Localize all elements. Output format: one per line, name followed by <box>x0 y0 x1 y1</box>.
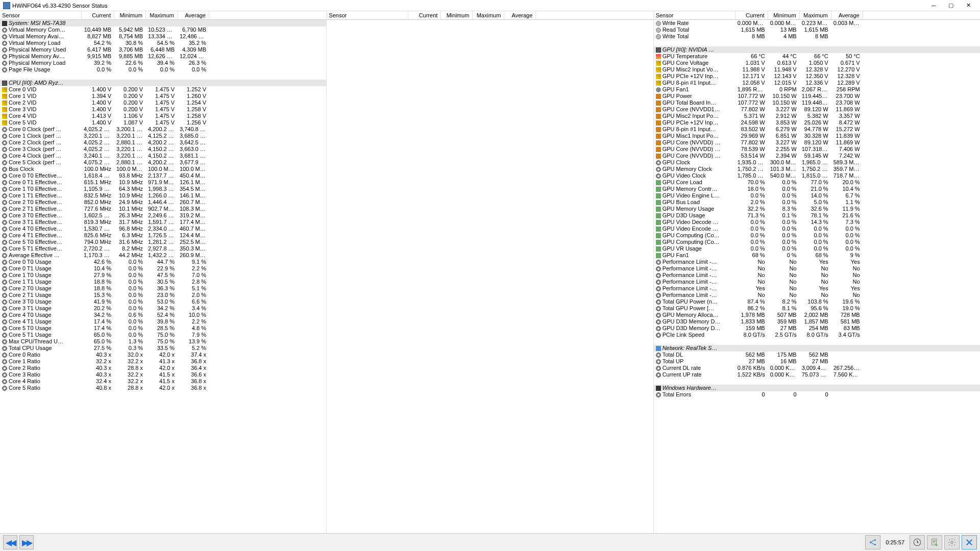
sensor-row[interactable]: Current UP rate1.522 KB/s0.000 KB/s75.07… <box>654 371 980 378</box>
sensor-row[interactable]: Virtual Memory Com…10,449 MB5,942 MB10,5… <box>0 27 326 33</box>
sensor-row[interactable]: Core 2 Clock (perf …4,025.2 MHz2,880.1 M… <box>0 139 326 146</box>
sensor-row[interactable]: Core 1 VID1.394 V0.200 V1.475 V1.260 V <box>0 93 326 99</box>
column-header[interactable]: SensorCurrentMinimumMaximumAverage <box>0 11 326 20</box>
header-current[interactable]: Current <box>736 11 768 19</box>
log-icon[interactable] <box>927 535 942 549</box>
sensor-row[interactable]: Core 5 Clock (perf …4,075.2 MHz2,880.1 M… <box>0 159 326 166</box>
sensor-row[interactable]: Core 4 T0 Effective…1,530.7 MHz96.8 MHz2… <box>0 226 326 232</box>
sensor-row[interactable]: Core 3 T0 Effective…1,602.5 MHz26.3 MHz2… <box>0 212 326 219</box>
group-row[interactable]: Network: RealTek S… <box>654 345 980 352</box>
sensor-row[interactable]: GPU D3D Usage71.3 %0.1 %78.1 %21.6 % <box>654 212 980 219</box>
sensor-row[interactable]: GPU Core Load70.0 %0.0 %77.0 %20.0 % <box>654 179 980 186</box>
sensor-row[interactable]: Core 3 Clock (perf …4,025.2 MHz3,220.1 M… <box>0 146 326 153</box>
sensor-row[interactable]: GPU Video Clock1,785.0 MHz540.0 MHz1,815… <box>654 172 980 179</box>
sensor-row[interactable]: GPU Core Voltage1.031 V0.613 V1.050 V0.6… <box>654 60 980 66</box>
sensor-row[interactable]: GPU Misc1 Input Po…29.969 W6.851 W30.328… <box>654 133 980 139</box>
sensor-row[interactable]: Core 2 Ratio40.3 x28.8 x42.0 x36.4 x <box>0 365 326 371</box>
sensor-row[interactable]: Core 5 T1 Usage65.0 %0.0 %75.0 %7.9 % <box>0 332 326 338</box>
sensor-row[interactable]: Virtual Memory Load54.2 %30.8 %54.5 %35.… <box>0 40 326 46</box>
sensor-row[interactable]: Physical Memory Load39.2 %22.6 %39.4 %26… <box>0 60 326 66</box>
sensor-row[interactable]: Core 1 T1 Usage18.8 %0.0 %30.5 %2.8 % <box>0 279 326 285</box>
sensor-row[interactable]: GPU D3D Memory D…1,833 MB359 MB1,857 MB5… <box>654 318 980 325</box>
sensor-pane-right[interactable]: SensorCurrentMinimumMaximumAverageWrite … <box>654 11 980 533</box>
sensor-row[interactable]: Core 0 Clock (perf …4,025.2 MHz3,200.1 M… <box>0 126 326 133</box>
sensor-row[interactable]: Core 4 T0 Usage34.2 %0.6 %52.4 %10.0 % <box>0 312 326 318</box>
header-average[interactable]: Average <box>831 11 863 19</box>
sensor-row[interactable]: GPU D3D Memory D…159 MB27 MB254 MB83 MB <box>654 325 980 332</box>
sensor-pane-middle[interactable]: SensorCurrentMinimumMaximumAverage <box>327 11 653 533</box>
sensor-row[interactable]: Core 2 T0 Effective…852.0 MHz24.9 MHz1,4… <box>0 199 326 206</box>
sensor-row[interactable]: Core 4 Clock (perf …3,240.1 MHz3,220.1 M… <box>0 153 326 159</box>
sensor-row[interactable]: GPU 8-pin #1 Input…12.058 V12.015 V12.33… <box>654 80 980 86</box>
sensor-row[interactable]: Core 0 T0 Effective…1,618.4 MHz93.8 MHz2… <box>0 172 326 179</box>
sensor-row[interactable]: Core 4 T1 Usage17.4 %0.0 %39.8 %2.2 % <box>0 318 326 325</box>
sensor-row[interactable]: Average Effective …1,170.3 MHz44.2 MHz1,… <box>0 252 326 259</box>
sensor-row[interactable]: Core 0 T1 Effective…615.1 MHz10.9 MHz971… <box>0 179 326 186</box>
header-sensor[interactable]: Sensor <box>654 11 736 19</box>
sensor-row[interactable]: Physical Memory Av…9,915 MB9,885 MB12,62… <box>0 53 326 60</box>
sensor-row[interactable]: Physical Memory Used6,417 MB3,706 MB6,44… <box>0 46 326 53</box>
sensor-pane-left[interactable]: SensorCurrentMinimumMaximumAverageSystem… <box>0 11 327 533</box>
header-sensor[interactable]: Sensor <box>0 11 82 19</box>
collapse-button[interactable]: ◀◀ <box>3 535 17 549</box>
sensor-row[interactable]: Performance Limit -…NoNoNoNo <box>654 265 980 272</box>
sensor-row[interactable]: Core 5 Ratio40.8 x28.8 x42.0 x36.8 x <box>0 385 326 391</box>
sensor-row[interactable]: GPU Clock1,935.0 MHz300.0 MHz1,965.0 MHz… <box>654 159 980 166</box>
sensor-row[interactable]: GPU PCIe +12V Inp…24.598 W3.853 W25.026 … <box>654 119 980 126</box>
group-row[interactable]: System: MSI MS-7A38 <box>0 20 326 27</box>
sensor-row[interactable]: Core 2 T0 Usage18.8 %0.0 %36.3 %5.1 % <box>0 285 326 292</box>
column-header[interactable]: SensorCurrentMinimumMaximumAverage <box>654 11 980 20</box>
sensor-row[interactable]: GPU Computing (Co…0.0 %0.0 %0.0 %0.0 % <box>654 232 980 239</box>
sensor-row[interactable]: Core 2 T1 Effective…727.6 MHz10.1 MHz902… <box>0 206 326 212</box>
sensor-row[interactable]: GPU Video Decode …0.0 %0.0 %14.3 %7.3 % <box>654 219 980 226</box>
sensor-row[interactable]: GPU Memory Contr…18.0 %0.0 %21.0 %10.4 % <box>654 186 980 192</box>
sensor-row[interactable]: Core 2 T1 Usage15.3 %0.0 %23.0 %2.0 % <box>0 292 326 298</box>
sensor-row[interactable]: Core 4 T1 Effective…825.6 MHz6.3 MHz1,72… <box>0 232 326 239</box>
sensor-row[interactable]: Total GPU Power (n…87.4 %8.2 %103.8 %19.… <box>654 298 980 305</box>
sensor-row[interactable]: Performance Limit -…NoNoNoNo <box>654 279 980 285</box>
sensor-row[interactable]: GPU Misc2 Input Po…5.371 W2.912 W5.382 W… <box>654 113 980 119</box>
sensor-row[interactable]: GPU Core (NVVDD) …78.539 W2.255 W107.318… <box>654 146 980 153</box>
sensor-row[interactable]: Core 0 T1 Usage10.4 %0.0 %22.9 %2.2 % <box>0 265 326 272</box>
sensor-row[interactable]: GPU Core (NVVDD) …77.802 W3.227 W89.120 … <box>654 139 980 146</box>
sensor-row[interactable]: GPU Power107.772 W10.150 W119.445 W23.70… <box>654 93 980 99</box>
close-button[interactable]: ✕ <box>960 1 977 11</box>
header-maximum[interactable]: Maximum <box>473 11 504 19</box>
sensor-row[interactable]: Total UP27 MB16 MB27 MB <box>654 358 980 365</box>
sensor-row[interactable]: Core 1 T1 Effective…832.5 MHz10.9 MHz1,2… <box>0 192 326 199</box>
sensor-row[interactable]: Bus Clock100.0 MHz100.0 MHz100.0 MHz100.… <box>0 166 326 172</box>
sensor-row[interactable]: Performance Limit -…NoNoNoNo <box>654 292 980 298</box>
settings-icon[interactable] <box>944 535 960 549</box>
sensor-row[interactable]: Core 0 VID1.400 V0.200 V1.475 V1.252 V <box>0 86 326 93</box>
sensor-row[interactable]: Performance Limit -…NoNoYesYes <box>654 259 980 265</box>
sensor-row[interactable]: PCIe Link Speed8.0 GT/s2.5 GT/s8.0 GT/s3… <box>654 332 980 338</box>
sensor-row[interactable]: GPU PCIe +12V Inp…12.171 V12.143 V12.350… <box>654 73 980 80</box>
sensor-row[interactable]: Core 3 T1 Usage20.2 %0.0 %34.2 %3.4 % <box>0 305 326 312</box>
header-sensor[interactable]: Sensor <box>327 11 408 19</box>
sensor-row[interactable]: GPU Misc2 Input Vo…11.988 V11.948 V12.32… <box>654 66 980 73</box>
share-icon[interactable] <box>865 535 880 549</box>
sensor-row[interactable]: Current DL rate0.876 KB/s0.000 KB/s3,009… <box>654 365 980 371</box>
sensor-row[interactable]: Core 5 T0 Effective…794.0 MHz31.6 MHz1,2… <box>0 239 326 245</box>
column-header[interactable]: SensorCurrentMinimumMaximumAverage <box>327 11 653 20</box>
sensor-row[interactable]: Core 3 Ratio40.3 x32.2 x41.5 x36.6 x <box>0 371 326 378</box>
sensor-row[interactable]: Performance Limit -…YesNoYesYes <box>654 285 980 292</box>
clock-icon[interactable] <box>910 535 925 549</box>
sensor-row[interactable]: GPU Total Board In…107.772 W10.150 W119.… <box>654 99 980 106</box>
header-average[interactable]: Average <box>504 11 536 19</box>
close-panel-icon[interactable] <box>962 535 977 549</box>
sensor-row[interactable]: GPU Memory Usage32.2 %8.3 %32.6 %11.9 % <box>654 206 980 212</box>
header-current[interactable]: Current <box>408 11 441 19</box>
sensor-row[interactable]: GPU 8-pin #1 Input…83.502 W6.279 W94.778… <box>654 126 980 133</box>
sensor-row[interactable]: Performance Limit -…NoNoNoNo <box>654 272 980 279</box>
sensor-row[interactable]: Write Total8 MB4 MB8 MB <box>654 33 980 40</box>
sensor-row[interactable]: GPU Core (NVVDD1…77.802 W3.227 W89.120 W… <box>654 106 980 113</box>
minimize-button[interactable]: ─ <box>925 1 942 11</box>
maximize-button[interactable]: ▢ <box>942 1 960 11</box>
sensor-row[interactable]: Page File Usage0.0 %0.0 %0.0 %0.0 % <box>0 66 326 73</box>
sensor-row[interactable]: GPU Video Encode …0.0 %0.0 %0.0 %0.0 % <box>654 226 980 232</box>
header-minimum[interactable]: Minimum <box>768 11 800 19</box>
sensor-row[interactable]: Total CPU Usage27.5 %0.3 %33.5 %5.2 % <box>0 345 326 352</box>
header-average[interactable]: Average <box>178 11 209 19</box>
sensor-row[interactable]: Core 4 Ratio32.4 x32.2 x41.5 x36.8 x <box>0 378 326 385</box>
